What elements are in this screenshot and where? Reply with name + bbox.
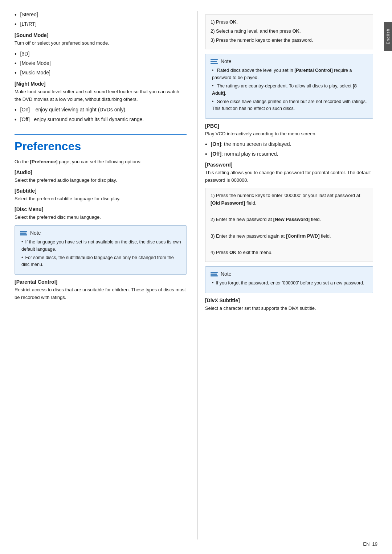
note-label-3: Note: [221, 271, 232, 277]
step1-line2: 2) Select a rating level, and then press…: [211, 28, 368, 35]
audio-body: Select the preferred audio language for …: [15, 177, 187, 184]
note-header-3: Note: [211, 271, 368, 277]
parental-control-section: [Parental Control] Restrict access to di…: [15, 279, 187, 301]
side-tab: English: [384, 22, 392, 51]
preferences-intro: On the [Preference] page, you can set th…: [15, 158, 187, 166]
audio-heading: [Audio]: [15, 169, 187, 175]
subtitle-body: Select the preferred subtitle language f…: [15, 195, 187, 203]
step2-line4: 4) Press OK to exit the menu.: [211, 249, 368, 257]
note-header-1: Note: [20, 230, 181, 236]
bullet-off-night-text: [Off]– enjoy surround sound with its ful…: [20, 116, 144, 123]
divx-body: Select a character set that supports the…: [205, 305, 373, 312]
step1-line3: 3) Press the numeric keys to enter the p…: [211, 37, 368, 44]
bullet-stereo: [Stereo]: [15, 11, 187, 19]
preference-bold: [Preference]: [30, 159, 58, 164]
opening-bullets: [Stereo] [LT/RT]: [15, 11, 187, 29]
main-content: [Stereo] [LT/RT] [Sound Mode] Turn off o…: [0, 0, 384, 554]
steps-box-1: 1) Press OK. 2) Select a rating level, a…: [205, 15, 373, 49]
step2-line2: 2) Enter the new password at [New Passwo…: [211, 216, 368, 223]
page-container: English [Stereo] [LT/RT] [Sound Mode] Tu…: [0, 0, 392, 554]
pbc-off-bold: [Off]: [211, 151, 222, 157]
night-mode-heading: [Night Mode]: [15, 81, 187, 87]
bullet-movie-mode-text: [Movie Mode]: [20, 59, 51, 67]
disc-menu-heading: [Disc Menu]: [15, 206, 187, 212]
adult-bold: [8 Adult]: [212, 83, 357, 95]
ok-bold-3: OK: [229, 250, 237, 255]
side-tab-label: English: [386, 28, 390, 44]
note2-item-2: Some discs have ratings printed on them …: [211, 98, 368, 112]
pbc-section: [PBC] Play VCD interactively according t…: [205, 123, 373, 159]
page-footer: EN 19: [363, 541, 377, 547]
password-section: [Password] This setting allows you to ch…: [205, 162, 373, 184]
bullet-off-night: [Off]– enjoy surround sound with its ful…: [15, 116, 187, 124]
note2-item-0: Rated discs above the level you set in […: [211, 67, 368, 81]
pbc-body: Play VCD interactively according to the …: [205, 130, 373, 138]
note-label-1: Note: [30, 230, 41, 236]
steps-box-2: 1) Press the numeric keys to enter '0000…: [205, 188, 373, 262]
bullet-stereo-text: [Stereo]: [20, 11, 38, 19]
bullet-music-mode: [Music Mode]: [15, 69, 187, 77]
new-pwd-bold: [New Password]: [273, 217, 310, 222]
bullet-movie-mode: [Movie Mode]: [15, 59, 187, 67]
pbc-on-bold: [On]: [211, 141, 221, 147]
sound-mode-body: Turn off or select your preferred sound …: [15, 40, 187, 47]
bullet-on-night-text: [On] – enjoy quiet viewing at night (DVD…: [20, 106, 127, 114]
ok-bold-2: OK: [292, 28, 299, 34]
note1-item-0: If the language you have set is not avai…: [20, 239, 181, 253]
note-icon-3: [211, 272, 218, 276]
note-label-2: Note: [221, 58, 232, 64]
note2-item-1: The ratings are country-dependent. To al…: [211, 83, 368, 97]
note-icon-1: [20, 231, 27, 235]
disc-menu-body: Select the preferred disc menu language.: [15, 214, 187, 221]
bullet-music-mode-text: [Music Mode]: [20, 69, 50, 77]
disc-menu-section: [Disc Menu] Select the preferred disc me…: [15, 206, 187, 221]
note3-item-0: If you forget the password, enter '00000…: [211, 280, 368, 287]
password-heading: [Password]: [205, 162, 373, 168]
bullet-ltrt: [LT/RT]: [15, 20, 187, 28]
parental-control-body: Restrict access to discs that are unsuit…: [15, 286, 187, 301]
parental-bold: [Parental Control]: [294, 68, 333, 73]
left-column: [Stereo] [LT/RT] [Sound Mode] Turn off o…: [15, 11, 197, 539]
step2-line1: 1) Press the numeric keys to enter '0000…: [211, 192, 368, 207]
night-mode-section: [Night Mode] Make loud sound level softe…: [15, 81, 187, 124]
page-number: 19: [372, 541, 377, 547]
bullet-pbc-off-text: [Off]: normal play is resumed.: [211, 150, 278, 158]
password-body: This setting allows you to change the pa…: [205, 169, 373, 184]
subtitle-heading: [Subtitle]: [15, 188, 187, 194]
audio-section: [Audio] Select the preferred audio langu…: [15, 169, 187, 184]
note-box-3: Note If you forget the password, enter '…: [205, 266, 373, 293]
night-mode-body: Make loud sound level softer and soft so…: [15, 88, 187, 103]
old-pwd-bold: [Old Password]: [211, 200, 245, 206]
step2-line3: 3) Enter the new password again at [Conf…: [211, 233, 368, 240]
pbc-heading: [PBC]: [205, 123, 373, 129]
sound-mode-heading: [Sound Mode]: [15, 32, 187, 38]
right-column: 1) Press OK. 2) Select a rating level, a…: [197, 11, 373, 539]
bullet-pbc-on: [On]: the menu screen is displayed.: [205, 140, 373, 148]
subtitle-section: [Subtitle] Select the preferred subtitle…: [15, 188, 187, 203]
ok-bold-1: OK: [229, 19, 237, 25]
bullet-3d: [3D]: [15, 50, 187, 58]
note-icon-2: [211, 59, 218, 64]
sound-mode-section: [Sound Mode] Turn off or select your pre…: [15, 32, 187, 77]
note-box-2: Note Rated discs above the level you set…: [205, 54, 373, 118]
note-header-2: Note: [211, 58, 368, 64]
note1-item-1: For some discs, the subtitle/audio langu…: [20, 254, 181, 268]
footer-label: EN: [363, 541, 369, 547]
note-box-1: Note If the language you have set is not…: [15, 225, 187, 275]
bullet-ltrt-text: [LT/RT]: [20, 20, 37, 28]
bullet-3d-text: [3D]: [20, 50, 30, 58]
bullet-pbc-off: [Off]: normal play is resumed.: [205, 150, 373, 158]
divx-subtitle-section: [DivX Subtitle] Select a character set t…: [205, 297, 373, 312]
parental-control-heading: [Parental Control]: [15, 279, 187, 285]
bullet-pbc-on-text: [On]: the menu screen is displayed.: [211, 140, 291, 148]
confirm-pwd-bold: [Confirm PWD]: [286, 233, 319, 239]
preferences-title: Preferences: [15, 134, 187, 153]
divx-heading: [DivX Subtitle]: [205, 297, 373, 303]
step1-line1: 1) Press OK.: [211, 19, 368, 26]
bullet-on-night: [On] – enjoy quiet viewing at night (DVD…: [15, 106, 187, 114]
